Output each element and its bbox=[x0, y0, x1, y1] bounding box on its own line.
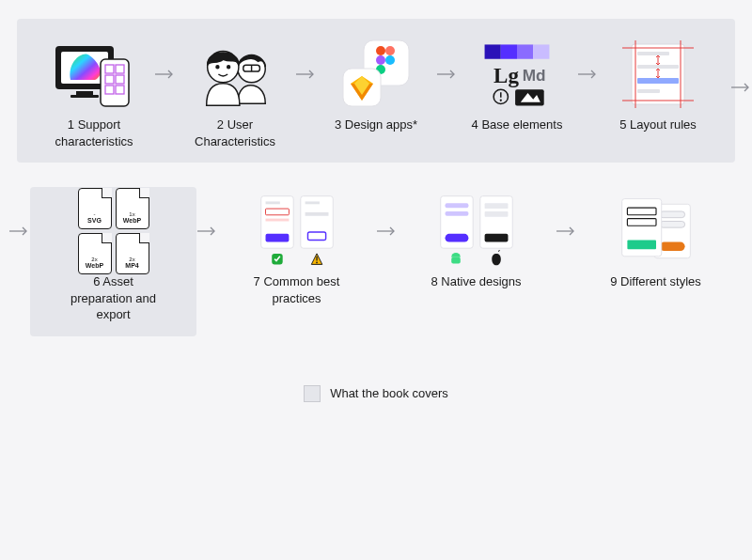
arrow-icon bbox=[731, 79, 750, 96]
legend: What the book covers bbox=[0, 385, 752, 402]
asset-preparation-icon: -SVG 1xWebP 2xWebP 2xMP4 bbox=[72, 194, 155, 268]
arrow-icon bbox=[436, 38, 457, 111]
svg-text:Md: Md bbox=[523, 66, 546, 85]
step-2-user-characteristics: 2 User Characteristics bbox=[175, 38, 295, 149]
step-label: 6 Asset preparation and export bbox=[63, 273, 164, 323]
step-label: 9 Different styles bbox=[610, 273, 701, 290]
design-apps-icon bbox=[335, 38, 417, 111]
step-1-support-characteristics: 1 Support characteristics bbox=[34, 38, 154, 149]
svg-rect-66 bbox=[451, 257, 461, 264]
svg-rect-74 bbox=[627, 208, 656, 215]
svg-rect-54 bbox=[307, 232, 325, 241]
native-designs-icon bbox=[435, 194, 518, 268]
svg-point-16 bbox=[216, 66, 219, 69]
file-icon: -SVG bbox=[78, 188, 112, 229]
svg-rect-70 bbox=[659, 211, 684, 218]
arrow-icon bbox=[556, 194, 576, 268]
step-label: 8 Native designs bbox=[431, 273, 521, 290]
svg-point-19 bbox=[376, 46, 385, 55]
svg-text:Lg: Lg bbox=[494, 64, 519, 87]
layout-rules-icon bbox=[617, 38, 699, 111]
arrow-icon bbox=[376, 194, 397, 268]
svg-rect-72 bbox=[659, 242, 684, 252]
svg-rect-25 bbox=[485, 44, 501, 58]
row-covered-by-book: 1 Support characteristics bbox=[17, 19, 735, 163]
svg-point-33 bbox=[500, 100, 502, 101]
step-label: 5 Layout rules bbox=[619, 117, 697, 133]
svg-rect-28 bbox=[533, 44, 549, 58]
svg-point-21 bbox=[376, 55, 385, 65]
svg-rect-52 bbox=[305, 202, 319, 205]
step-label: 1 Support characteristics bbox=[43, 117, 145, 149]
svg-rect-50 bbox=[265, 234, 289, 242]
svg-point-17 bbox=[227, 66, 230, 69]
arrow-icon bbox=[295, 38, 316, 111]
file-icon: 2xMP4 bbox=[116, 233, 149, 274]
svg-rect-39 bbox=[637, 89, 660, 93]
svg-rect-59 bbox=[445, 203, 468, 208]
svg-rect-49 bbox=[265, 219, 289, 222]
file-icon: 1xWebP bbox=[116, 188, 149, 229]
svg-rect-48 bbox=[265, 209, 289, 215]
step-8-native-designs: 8 Native designs bbox=[397, 194, 556, 290]
arrow-icon bbox=[196, 194, 217, 268]
legend-label: What the book covers bbox=[330, 386, 448, 400]
svg-rect-3 bbox=[76, 91, 93, 95]
step-7-common-best-practices: 7 Common best practices bbox=[217, 194, 376, 306]
step-label: 4 Base elements bbox=[472, 117, 563, 133]
user-characteristics-icon bbox=[194, 38, 276, 111]
svg-point-20 bbox=[385, 46, 395, 55]
svg-rect-63 bbox=[484, 203, 508, 209]
svg-rect-4 bbox=[70, 95, 99, 98]
row-not-covered: -SVG 1xWebP 2xWebP 2xMP4 6 Asset prepara… bbox=[0, 176, 752, 350]
arrow-icon bbox=[8, 194, 30, 268]
arrow-icon bbox=[154, 38, 175, 111]
arrow-icon bbox=[577, 38, 598, 111]
svg-rect-65 bbox=[484, 234, 508, 242]
step-6-asset-preparation: -SVG 1xWebP 2xWebP 2xMP4 6 Asset prepara… bbox=[30, 187, 196, 336]
svg-rect-60 bbox=[445, 211, 468, 216]
svg-rect-47 bbox=[265, 202, 279, 205]
svg-rect-36 bbox=[637, 52, 669, 55]
step-label: 3 Design apps* bbox=[335, 117, 417, 133]
support-characteristics-icon bbox=[53, 38, 135, 111]
svg-rect-38 bbox=[637, 78, 679, 84]
step-label: 7 Common best practices bbox=[246, 273, 348, 306]
svg-rect-53 bbox=[305, 212, 328, 216]
svg-point-22 bbox=[385, 55, 395, 65]
file-icon: 2xWebP bbox=[78, 233, 112, 274]
step-label: 2 User Characteristics bbox=[184, 117, 286, 149]
legend-swatch-icon bbox=[304, 385, 321, 402]
base-elements-icon: Lg Md bbox=[476, 38, 558, 111]
svg-rect-27 bbox=[517, 44, 533, 58]
svg-rect-71 bbox=[659, 222, 684, 228]
svg-rect-61 bbox=[445, 234, 468, 242]
step-9-different-styles: 9 Different styles bbox=[576, 194, 735, 290]
svg-rect-64 bbox=[484, 211, 508, 217]
svg-point-57 bbox=[316, 262, 318, 264]
step-3-design-apps: 3 Design apps* bbox=[316, 38, 436, 133]
different-styles-icon bbox=[615, 194, 697, 268]
step-4-base-elements: Lg Md 4 Base elements bbox=[457, 38, 577, 133]
svg-rect-76 bbox=[627, 241, 656, 250]
svg-rect-75 bbox=[627, 219, 656, 226]
svg-rect-26 bbox=[501, 44, 517, 58]
best-practices-icon bbox=[256, 194, 338, 268]
step-5-layout-rules: 5 Layout rules bbox=[598, 38, 718, 133]
